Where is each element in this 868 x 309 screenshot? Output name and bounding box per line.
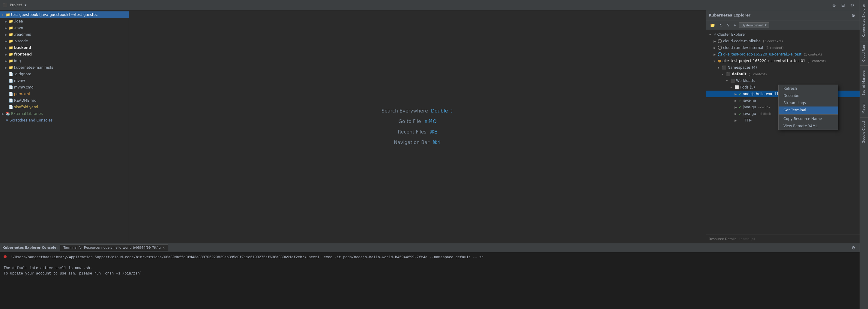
workloads-arrow: ▾ [726,79,729,83]
terminal-tab-close[interactable]: ✕ [162,246,165,249]
ctx-get-terminal[interactable]: Get Terminal [779,106,838,114]
java-gu2-label: java-gu [743,112,756,116]
search-hint-everywhere: Search Everywhere Double ⇧ [381,108,454,114]
system-default-btn[interactable]: System default ▾ [739,22,769,28]
tree-item-img[interactable]: ▶ 📁 img [0,58,129,64]
k8s-help-btn[interactable]: ? [726,22,731,28]
add-module-btn[interactable]: ⊕ [831,2,837,8]
skaffold-label: skaffold.yaml [14,105,38,109]
side-tab-secret-manager[interactable]: Secret Manager [860,65,868,99]
side-tabs: Kubernetes Explorer Cloud Run Secret Man… [860,10,868,243]
ctx-copy-name[interactable]: Copy Resource Name [779,115,838,122]
side-tab-maven[interactable]: Maven [860,99,868,117]
cloud-run-count: (1 context) [764,46,783,50]
search-everywhere-shortcut: Double ⇧ [431,108,454,114]
k8s-refresh-btn[interactable]: ↻ [718,22,724,28]
readmes-arrow: ▶ [5,33,8,36]
ctx-view-yaml[interactable]: View Remote YAML [779,122,838,130]
gke-test-count: (1 context) [803,53,822,56]
java-gu2-check: ✓ [739,112,741,116]
tree-item-backend[interactable]: ▶ 📁 backend [0,44,129,51]
tree-item-gitignore[interactable]: 📄 .gitignore [0,71,129,78]
nav-bar-shortcut: ⌘↑ [433,140,441,145]
readme-file-icon: 📄 [9,98,13,102]
ctx-get-terminal-label: Get Terminal [783,108,806,112]
k8s-header: Kubernetes Explorer ⚙ — [706,10,868,21]
terminal-line-3: The default interactive shell is now zsh… [4,266,864,271]
project-dropdown-icon[interactable]: ▾ [25,3,26,7]
readme-arrow [5,99,8,102]
left-panel: ▾ 📁 test-guestbook [java-guestbook] ~/te… [0,10,129,243]
k8s-folder-btn[interactable]: 📁 [709,22,716,28]
gke-test01-label: gke_test-project-165220_us-central1-a_te… [722,59,805,63]
recent-files-shortcut: ⌘E [430,129,437,135]
structure-btn[interactable]: ⊟ [840,2,846,8]
gke-test-arrow: ▶ [714,53,716,56]
workloads-icon: ⬛ [730,79,735,83]
k8s-workloads[interactable]: ▾ ⬛ Workloads [706,78,868,84]
side-tab-k8s[interactable]: Kubernetes Explorer [860,10,868,41]
k8s-cluster-explorer[interactable]: ▾ ⚡ Cluster Explorer [706,31,868,38]
terminal-settings-btn[interactable]: ⚙ [850,245,857,251]
main-layout: ▾ 📁 test-guestbook [java-guestbook] ~/te… [0,10,868,243]
ctx-stream-logs-label: Stream Logs [783,101,806,105]
java-gu2-arrow: ▶ [735,112,738,116]
k8s-namespaces[interactable]: ▾ ⬛ Namespaces (4) [706,64,868,71]
side-tab-cloud-run[interactable]: Cloud Run [860,41,868,65]
ctx-describe-label: Describe [783,94,799,98]
settings-btn[interactable]: ⚙ [849,2,856,8]
java-gu2-count: -d-tfqcb [757,112,771,116]
terminal-console-label: Kubernetes Explorer Console: [2,246,58,250]
mvnw-cmd-icon: 📄 [9,85,13,89]
minikube-arrow: ▶ [714,40,716,43]
minikube-label: cloud-code-minikube [723,39,761,43]
default-ns-arrow: ▾ [722,72,725,76]
tree-root[interactable]: ▾ 📁 test-guestbook [java-guestbook] ~/te… [0,11,129,18]
root-folder-icon: 📁 [6,12,10,17]
tree-item-external-libs[interactable]: ▶ 📚 External Libraries [0,111,129,117]
ctx-refresh[interactable]: Refresh [779,85,838,92]
tree-item-scratches[interactable]: ✏ Scratches and Consoles [0,117,129,124]
vscode-label: .vscode [14,39,28,43]
scratches-label: Scratches and Consoles [9,118,53,122]
side-tab-google-cloud[interactable]: Google Cloud [860,117,868,147]
k8s-cloud-run[interactable]: ▶ cloud-run-dev-internal (1 context) [706,44,868,51]
tree-item-vscode[interactable]: ▶ 📁 .vscode [0,38,129,44]
center-area: Search Everywhere Double ⇧ Go to File ⇧⌘… [129,10,706,243]
mvnw-arrow [5,79,8,83]
tree-item-k8s-manifests[interactable]: ▶ 📁 kubernetes-manifests [0,64,129,71]
mvn-label: .mvn [14,26,23,30]
mvnw-cmd-arrow [5,86,8,89]
k8s-settings-btn[interactable]: ⚙ [850,12,857,18]
tree-item-idea[interactable]: ▶ 📁 .idea [0,18,129,25]
tree-item-readme[interactable]: 📄 README.md [0,97,129,104]
tree-item-mvnw-cmd[interactable]: 📄 mvnw.cmd [0,84,129,91]
tree-item-pom[interactable]: 📄 pom.xml [0,91,129,97]
ctx-stream-logs[interactable]: Stream Logs [779,99,838,106]
pods-arrow: ▾ [730,86,733,89]
vscode-folder-icon: 📁 [9,39,13,43]
tree-item-mvn[interactable]: ▶ 📁 .mvn [0,25,129,31]
bottom-terminal-panel: Kubernetes Explorer Console: Terminal fo… [0,243,868,309]
k8s-gke-test[interactable]: ▶ gke_test-project-165220_us-central1-a_… [706,51,868,58]
tree-item-skaffold[interactable]: 📄 skaffold.yaml [0,104,129,111]
terminal-tab[interactable]: Terminal for Resource: nodejs-hello-worl… [60,245,168,251]
k8s-add-btn[interactable]: + [733,22,737,28]
terminal-tab-label: Terminal for Resource: nodejs-hello-worl… [63,246,160,250]
k8s-toolbar-row: 📁 ↻ ? + System default ▾ [706,21,868,30]
img-arrow: ▶ [5,59,8,63]
tree-item-mvnw[interactable]: 📄 mvnw [0,78,129,84]
ctx-describe[interactable]: Describe [779,92,838,99]
tree-item-readmes[interactable]: ▶ 📁 .readmes [0,31,129,38]
ctx-view-yaml-label: View Remote YAML [783,124,817,128]
resource-details-bar: Resource Details Labels (4) [706,235,868,243]
search-everywhere-label: Search Everywhere [381,108,428,114]
k8s-default-ns[interactable]: ▾ ⬛ default (1 context) [706,71,868,78]
pom-arrow [5,92,8,96]
scratches-icon: ✏ [6,118,9,122]
k8s-minikube[interactable]: ▶ cloud-code-minikube (3 contexts) [706,38,868,44]
cloud-run-arrow: ▶ [714,46,716,50]
tree-item-frontend[interactable]: ▶ 📁 frontend [0,51,129,58]
java-gu1-arrow: ▶ [735,105,738,109]
k8s-gke-test01[interactable]: ▾ ⊕ gke_test-project-165220_us-central1-… [706,58,868,64]
